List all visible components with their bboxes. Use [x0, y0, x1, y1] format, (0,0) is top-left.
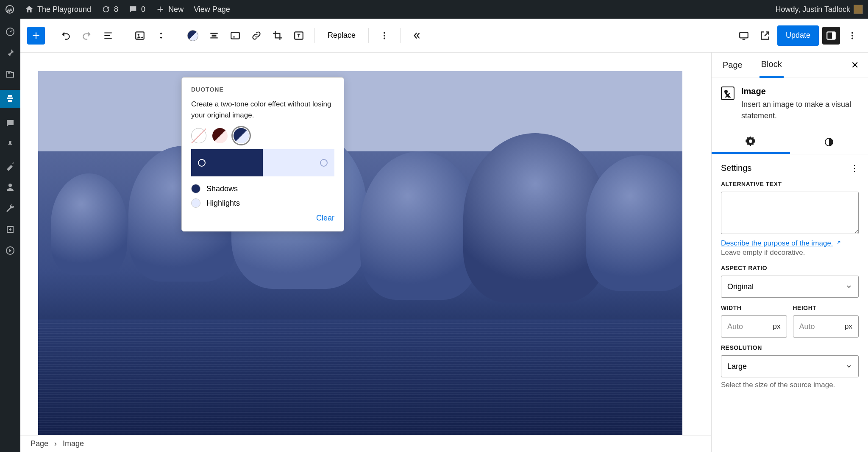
breadcrumb-separator: › [54, 439, 57, 448]
duotone-clear-button[interactable]: Clear [191, 214, 334, 223]
updates-count: 8 [114, 5, 118, 14]
close-inspector-button[interactable]: ✕ [851, 60, 859, 71]
pages-icon[interactable] [0, 90, 20, 108]
appearance-icon[interactable] [5, 160, 16, 171]
resolution-label: Resolution [721, 344, 859, 351]
image-block[interactable] [38, 71, 682, 435]
pushpin-icon[interactable] [5, 139, 16, 150]
shadows-row[interactable]: Shadows [191, 184, 334, 193]
svg-point-12 [384, 37, 385, 39]
image-block-icon [721, 86, 734, 100]
alt-text-label: Alternative Text [721, 181, 859, 187]
editor: Replace Update [20, 19, 868, 452]
crop-button[interactable] [269, 27, 287, 45]
svg-point-6 [138, 33, 139, 35]
breadcrumb-current[interactable]: Image [63, 439, 84, 448]
editor-canvas[interactable] [20, 53, 711, 435]
tab-page[interactable]: Page [721, 53, 744, 77]
describe-purpose-link[interactable]: Describe the purpose of the image. [721, 239, 841, 248]
alt-text-input[interactable] [721, 192, 859, 234]
pin-icon[interactable] [5, 47, 16, 59]
view-page[interactable]: View Page [194, 5, 230, 14]
svg-rect-7 [212, 34, 217, 36]
sidebar-toggle-button[interactable] [822, 27, 840, 45]
update-button[interactable]: Update [777, 25, 819, 46]
gradient-handle-shadow[interactable] [198, 159, 206, 167]
resolution-select[interactable]: Large [721, 355, 859, 377]
settings-icon[interactable] [5, 224, 16, 235]
move-handles[interactable] [152, 27, 170, 45]
text-overlay-button[interactable] [290, 27, 308, 45]
block-header: Image Insert an image to make a visual s… [712, 78, 868, 130]
svg-point-11 [384, 35, 385, 36]
inspector-sidebar: Page Block ✕ Image Insert an image to ma… [711, 53, 868, 452]
admin-bar: The Playground 8 0 New View Page Howdy, … [0, 0, 868, 19]
aspect-ratio-label: Aspect Ratio [721, 265, 859, 271]
undo-button[interactable] [57, 27, 75, 45]
settings-more-icon[interactable]: ⋮ [850, 163, 859, 173]
duotone-button[interactable] [184, 27, 202, 45]
duotone-gradient-bar[interactable] [191, 149, 334, 176]
redo-button[interactable] [78, 27, 96, 45]
settings-heading: Settings [721, 163, 751, 173]
new-button[interactable]: New [156, 5, 184, 14]
users-icon[interactable] [5, 181, 16, 193]
width-input[interactable]: Autopx [721, 315, 787, 338]
media-icon[interactable] [5, 69, 16, 80]
hide-toolbar-button[interactable] [407, 27, 425, 45]
breadcrumb-root[interactable]: Page [31, 439, 48, 448]
wp-logo[interactable] [5, 5, 14, 14]
breadcrumb: Page › Image [20, 435, 711, 452]
aspect-ratio-select[interactable]: Original [721, 276, 859, 298]
svg-point-17 [851, 35, 853, 36]
gradient-handle-highlight[interactable] [320, 159, 328, 167]
svg-rect-15 [832, 32, 835, 39]
block-name: Image [741, 86, 859, 96]
align-button[interactable] [205, 27, 223, 45]
add-block-button[interactable] [27, 27, 45, 45]
tab-block[interactable]: Block [760, 53, 784, 78]
resolution-hint: Select the size of the source image. [721, 381, 859, 389]
block-options-button[interactable] [376, 27, 393, 45]
duotone-title: DUOTONE [191, 86, 334, 93]
duotone-swatch-blue[interactable] [234, 128, 249, 143]
duotone-popover: DUOTONE Create a two-tone color effect w… [181, 77, 344, 232]
highlights-label: Highlights [206, 199, 240, 208]
tools-icon[interactable] [5, 203, 16, 214]
shadows-dot [191, 184, 200, 193]
svg-point-16 [851, 32, 853, 33]
link-button[interactable] [248, 27, 265, 45]
site-title: The Playground [37, 5, 91, 14]
site-home[interactable]: The Playground [25, 5, 91, 14]
highlights-row[interactable]: Highlights [191, 198, 334, 208]
svg-rect-13 [740, 32, 748, 38]
replace-button[interactable]: Replace [322, 27, 362, 45]
block-description: Insert an image to make a visual stateme… [741, 99, 859, 122]
comments[interactable]: 0 [128, 5, 145, 14]
comments-count: 0 [141, 5, 145, 14]
duotone-swatch-none[interactable] [191, 128, 206, 143]
shadows-label: Shadows [206, 184, 238, 193]
svg-point-18 [851, 37, 853, 39]
view-button[interactable] [735, 27, 753, 45]
height-input[interactable]: Autopx [793, 315, 859, 338]
block-image-icon[interactable] [131, 27, 149, 45]
duotone-swatch-red[interactable] [212, 128, 228, 143]
svg-rect-8 [231, 32, 239, 39]
width-label: Width [721, 304, 787, 311]
comments-admin-icon[interactable] [5, 118, 16, 129]
duotone-description: Create a two-tone color effect without l… [191, 99, 334, 120]
wp-admin-sidebar [0, 19, 20, 452]
settings-subtab[interactable] [712, 130, 790, 154]
collapse-icon[interactable] [5, 245, 16, 256]
decorative-hint: Leave empty if decorative. [721, 248, 859, 257]
caption-button[interactable] [226, 27, 244, 45]
svg-point-2 [8, 184, 12, 187]
preview-button[interactable] [756, 27, 774, 45]
document-overview-button[interactable] [99, 27, 117, 45]
more-options-button[interactable] [843, 27, 861, 45]
styles-subtab[interactable] [790, 130, 868, 154]
dashboard-icon[interactable] [5, 26, 16, 37]
updates[interactable]: 8 [101, 5, 118, 14]
howdy-user[interactable]: Howdy, Justin Tadlock [776, 5, 863, 14]
